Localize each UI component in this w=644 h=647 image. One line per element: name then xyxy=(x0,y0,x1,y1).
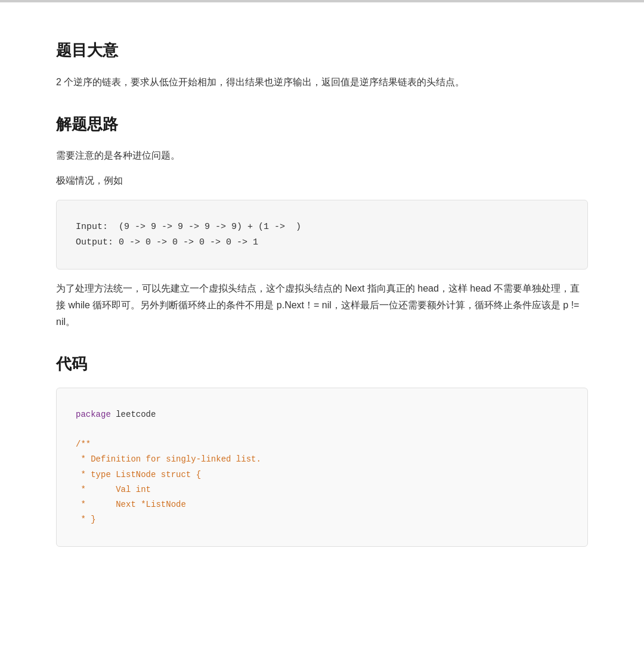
example-code-block: Input: (9 -> 9 -> 9 -> 9 -> 9) + (1 -> )… xyxy=(56,200,588,270)
main-container: 题目大意 2 个逆序的链表，要求从低位开始相加，得出结果也逆序输出，返回值是逆序… xyxy=(24,2,620,593)
section3-title: 代码 xyxy=(56,352,588,377)
comment-line3: * type ListNode struct { xyxy=(76,470,201,479)
source-code-block: package leetcode /** * Definition for si… xyxy=(56,388,588,547)
section2-title: 解题思路 xyxy=(56,112,588,137)
comment-line4: * Val int xyxy=(76,485,151,494)
section2-para2: 极端情况，例如 xyxy=(56,172,588,189)
section1-paragraph: 2 个逆序的链表，要求从低位开始相加，得出结果也逆序输出，返回值是逆序结果链表的… xyxy=(56,74,588,91)
example-line1: Input: (9 -> 9 -> 9 -> 9 -> 9) + (1 -> ) xyxy=(76,222,301,232)
package-name: leetcode xyxy=(111,410,156,419)
section2-para1: 需要注意的是各种进位问题。 xyxy=(56,147,588,164)
comment-line1: /** xyxy=(76,439,91,449)
section2-para-after: 为了处理方法统一，可以先建立一个虚拟头结点，这个虚拟头结点的 Next 指向真正… xyxy=(56,280,588,330)
comment-line2: * Definition for singly-linked list. xyxy=(76,454,261,464)
section1-title: 题目大意 xyxy=(56,38,588,63)
comment-line6: * } xyxy=(76,515,96,524)
comment-line5: * Next *ListNode xyxy=(76,500,186,509)
example-line2: Output: 0 -> 0 -> 0 -> 0 -> 0 -> 1 xyxy=(76,237,258,247)
kw-package: package xyxy=(76,410,111,419)
